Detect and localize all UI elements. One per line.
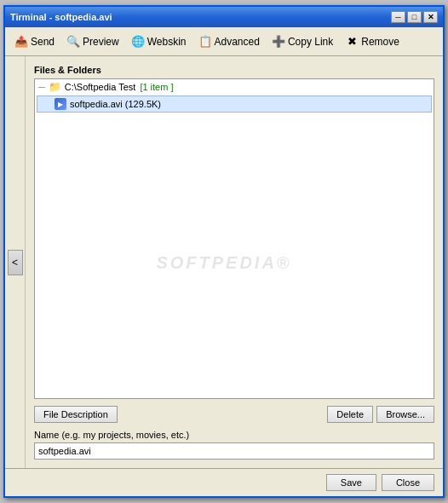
preview-icon: 🔍 xyxy=(66,35,80,49)
main-content: Files & Folders ─ 📁 C:\Softpedia Test [1… xyxy=(26,56,443,468)
folder-icon: 📁 xyxy=(49,81,61,93)
webskin-icon: 🌐 xyxy=(131,35,145,49)
folder-row[interactable]: ─ 📁 C:\Softpedia Test [1 item ] xyxy=(35,79,434,95)
title-bar-buttons: ─ □ ✕ xyxy=(391,11,438,23)
left-panel: < xyxy=(5,56,26,468)
file-tree[interactable]: ─ 📁 C:\Softpedia Test [1 item ] ▶ softpe… xyxy=(34,78,434,399)
browse-button[interactable]: Browse... xyxy=(376,406,434,423)
remove-button[interactable]: ✖ Remove xyxy=(341,33,404,50)
files-folders-section: Files & Folders ─ 📁 C:\Softpedia Test [1… xyxy=(34,65,434,460)
file-icon: ▶ xyxy=(55,98,66,110)
save-button[interactable]: Save xyxy=(326,474,376,491)
name-label: Name (e.g. my projects, movies, etc.) xyxy=(34,430,434,440)
main-window: Tirminal - softpedia.avi ─ □ ✕ 📤 Send 🔍 … xyxy=(3,5,445,498)
left-arrow-button[interactable]: < xyxy=(8,250,23,275)
copy-link-icon: ➕ xyxy=(272,35,285,49)
bottom-buttons: File Description Delete Browse... xyxy=(34,406,434,423)
folder-path: C:\Softpedia Test xyxy=(65,82,136,92)
send-button[interactable]: 📤 Send xyxy=(10,33,59,50)
remove-icon: ✖ xyxy=(345,35,359,49)
delete-button[interactable]: Delete xyxy=(327,406,373,423)
left-arrow-icon: < xyxy=(12,257,18,269)
webskin-button[interactable]: 🌐 Webskin xyxy=(127,33,191,50)
close-button[interactable]: ✕ xyxy=(423,11,438,23)
toolbar: 📤 Send 🔍 Preview 🌐 Webskin 📋 Advanced ➕ … xyxy=(5,27,443,56)
file-name: softpedia.avi (129.5K) xyxy=(70,99,161,109)
name-input[interactable] xyxy=(34,442,434,460)
folder-collapse-icon: ─ xyxy=(38,82,45,92)
watermark: SOFTPEDIA® xyxy=(156,252,291,272)
right-action-buttons: Delete Browse... xyxy=(327,406,434,423)
copy-link-button[interactable]: ➕ Copy Link xyxy=(267,33,337,50)
close-footer-button[interactable]: Close xyxy=(382,474,434,491)
advanced-icon: 📋 xyxy=(198,35,212,49)
content-area: < Files & Folders ─ 📁 C:\Softpedia Test … xyxy=(5,56,443,468)
footer: Save Close xyxy=(5,468,443,496)
advanced-button[interactable]: 📋 Advanced xyxy=(194,33,264,50)
file-description-button[interactable]: File Description xyxy=(34,406,118,423)
file-row[interactable]: ▶ softpedia.avi (129.5K) xyxy=(37,95,432,113)
title-bar: Tirminal - softpedia.avi ─ □ ✕ xyxy=(5,7,443,27)
folder-count: [1 item ] xyxy=(140,82,173,92)
maximize-button[interactable]: □ xyxy=(407,11,422,23)
window-title: Tirminal - softpedia.avi xyxy=(10,12,112,22)
minimize-button[interactable]: ─ xyxy=(391,11,405,23)
send-icon: 📤 xyxy=(14,35,28,49)
files-folders-label: Files & Folders xyxy=(34,65,434,75)
preview-button[interactable]: 🔍 Preview xyxy=(62,33,123,50)
name-section: Name (e.g. my projects, movies, etc.) xyxy=(34,430,434,460)
